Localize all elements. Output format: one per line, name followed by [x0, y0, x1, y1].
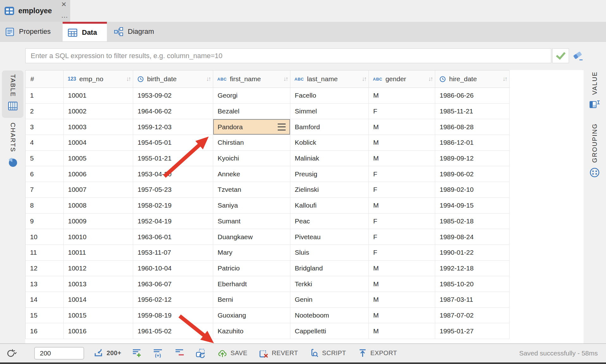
sort-icon[interactable]: ↓↑ [503, 76, 507, 82]
grid-cell[interactable]: 10004 [64, 135, 133, 151]
sort-icon[interactable]: ↓↑ [126, 76, 130, 82]
grid-cell[interactable]: 1964-06-02 [133, 104, 213, 119]
row-number-cell[interactable]: 5 [26, 151, 64, 167]
grid-cell[interactable]: M [369, 276, 435, 292]
column-header-hire_date[interactable]: hire_date↓↑ [435, 70, 510, 88]
tab-data[interactable]: Data [63, 22, 107, 41]
grid-cell[interactable]: 1989-09-12 [435, 151, 510, 167]
grid-cell[interactable]: Genin [290, 292, 369, 308]
grid-cell[interactable]: 1959-12-03 [133, 119, 213, 135]
grid-cell[interactable]: F [369, 214, 435, 229]
grid-cell[interactable]: Kyoichi [213, 151, 290, 167]
refresh-button[interactable] [6, 348, 17, 358]
grid-cell[interactable]: Guoxiang [213, 308, 290, 324]
grid-cell[interactable]: 1990-01-22 [435, 245, 510, 261]
grid-cell[interactable]: M [369, 292, 435, 308]
grid-cell[interactable]: 1994-09-15 [435, 198, 510, 214]
grid-cell[interactable]: 1992-12-18 [435, 261, 510, 276]
grid-cell[interactable]: Saniya [213, 198, 290, 214]
grid-cell[interactable]: 10014 [64, 292, 133, 308]
grid-cell[interactable]: Georgi [213, 88, 290, 104]
grid-cell[interactable]: 10013 [64, 276, 133, 292]
column-header-last_name[interactable]: ABClast_name↓↑ [290, 70, 369, 88]
grid-cell[interactable]: 1989-06-02 [435, 166, 510, 182]
grid-cell[interactable]: Zielinski [290, 182, 369, 198]
grid-cell[interactable]: 1957-05-23 [133, 182, 213, 198]
revert-button[interactable]: REVERT [259, 349, 298, 358]
grid-cell[interactable]: 1963-06-07 [133, 276, 213, 292]
grid-cell[interactable]: 10015 [64, 308, 133, 324]
sidebar-tab-value[interactable]: VALUE [584, 71, 605, 109]
row-number-cell[interactable]: 11 [26, 245, 64, 261]
delete-row-button[interactable] [175, 349, 184, 358]
editor-tab-employee[interactable]: employee ✕ … [0, 0, 70, 22]
tab-properties[interactable]: Properties [0, 22, 63, 41]
grid-cell[interactable]: Piveteau [290, 229, 369, 245]
refresh-cell-button[interactable] [196, 349, 206, 358]
grid-cell[interactable]: 1956-02-12 [133, 292, 213, 308]
grid-cell[interactable]: Simmel [290, 104, 369, 119]
row-number-cell[interactable]: 10 [26, 229, 64, 245]
grid-cell[interactable]: 1952-04-19 [133, 214, 213, 229]
grid-cell[interactable]: 1961-05-02 [133, 323, 213, 339]
grid-cell[interactable]: Terkki [290, 276, 369, 292]
grid-cell[interactable]: F [369, 245, 435, 261]
export-button[interactable]: EXPORT [358, 349, 397, 358]
grid-cell[interactable]: 1995-01-27 [435, 323, 510, 339]
grid-cell[interactable]: 1986-08-28 [435, 119, 510, 135]
grid-cell[interactable]: Tzvetan [213, 182, 290, 198]
grid-cell[interactable]: Anneke [213, 166, 290, 182]
row-number-cell[interactable]: 6 [26, 166, 64, 182]
row-number-cell[interactable]: 15 [26, 308, 64, 324]
grid-cell[interactable]: M [369, 135, 435, 151]
sort-icon[interactable]: ↓↑ [283, 76, 288, 82]
grid-cell[interactable]: Bezalel [213, 104, 290, 119]
grid-cell[interactable]: 1953-04-20 [133, 166, 213, 182]
grid-cell[interactable]: 1954-05-01 [133, 135, 213, 151]
save-button[interactable]: SAVE [218, 349, 247, 358]
grid-cell[interactable]: Kalloufi [290, 198, 369, 214]
apply-filter-button[interactable] [552, 48, 569, 63]
row-number-cell[interactable]: 8 [26, 198, 64, 214]
grid-cell[interactable]: Kazuhito [213, 323, 290, 339]
grid-cell[interactable]: M [369, 151, 435, 167]
grid-cell[interactable]: M [369, 323, 435, 339]
row-number-cell[interactable]: 7 [26, 182, 64, 198]
close-icon[interactable]: ✕ [61, 1, 67, 8]
grid-cell[interactable]: Mary [213, 245, 290, 261]
add-row-button[interactable] [132, 349, 142, 358]
sidebar-tab-charts[interactable]: CHARTS [2, 123, 23, 167]
duplicate-row-button[interactable]: (+) [153, 349, 164, 358]
grid-cell[interactable]: 10002 [64, 104, 133, 119]
grid-cell[interactable]: 1987-03-11 [435, 292, 510, 308]
row-number-cell[interactable]: 16 [26, 323, 64, 339]
grid-cell[interactable]: 10012 [64, 261, 133, 276]
grid-cell[interactable]: Duangkaew [213, 229, 290, 245]
grid-cell[interactable]: 1989-08-24 [435, 229, 510, 245]
clear-filter-button[interactable] [570, 50, 585, 62]
sidebar-tab-table[interactable]: TABLE [2, 70, 23, 118]
row-number-cell[interactable]: 4 [26, 135, 64, 151]
column-header-first_name[interactable]: ABCfirst_name↓↑ [213, 70, 290, 88]
sidebar-tab-grouping[interactable]: GROUPING [584, 123, 605, 178]
column-header-emp_no[interactable]: 123emp_no↓↑ [64, 70, 133, 88]
grid-cell[interactable]: Sumant [213, 214, 290, 229]
grid-cell[interactable]: Peac [290, 214, 369, 229]
grid-cell[interactable]: 1963-06-01 [133, 229, 213, 245]
grid-cell[interactable]: Bamford [290, 119, 369, 135]
grid-cell[interactable]: M [369, 308, 435, 324]
grid-cell[interactable]: 1953-11-07 [133, 245, 213, 261]
grid-cell[interactable]: 10016 [64, 323, 133, 339]
sort-icon[interactable]: ↓↑ [362, 76, 366, 82]
grid-cell[interactable]: 10007 [64, 182, 133, 198]
row-number-cell[interactable]: 3 [26, 119, 64, 135]
row-number-cell[interactable]: 9 [26, 214, 64, 229]
grid-cell[interactable]: 10011 [64, 245, 133, 261]
grid-cell[interactable]: M [369, 119, 435, 135]
tab-diagram[interactable]: Diagram [107, 22, 176, 41]
grid-cell[interactable]: 1958-02-19 [133, 198, 213, 214]
grid-cell[interactable]: 10005 [64, 151, 133, 167]
grid-cell[interactable]: Preusig [290, 166, 369, 182]
column-header-rownum[interactable]: # [26, 70, 64, 88]
row-number-cell[interactable]: 12 [26, 261, 64, 276]
